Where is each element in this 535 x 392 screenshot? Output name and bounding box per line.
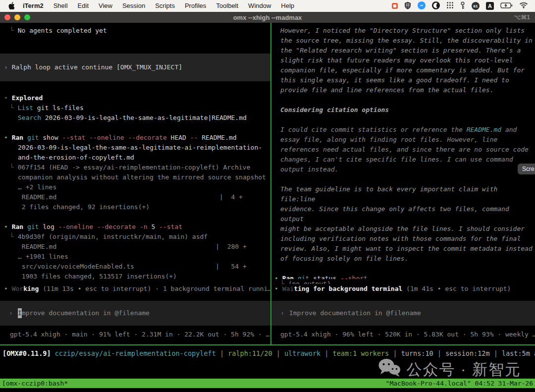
menu-scripts[interactable]: Scripts: [150, 0, 180, 12]
left-composer-input[interactable]: ›Improve documentation in @filename: [0, 301, 270, 326]
menu-profiles[interactable]: Profiles: [180, 0, 211, 12]
tmux-session-label: [omx-cczip0:bash*: [2, 380, 68, 387]
macos-menu-bar: iTerm2 Shell Edit View Session Scripts P…: [0, 0, 535, 12]
menu-session[interactable]: Session: [117, 0, 150, 12]
right-pane-bottom: • Waiting for background terminal (1m 41…: [271, 284, 535, 344]
right-model-status: gpt-5.4 xhigh · 96% left · 520K in · 5.8…: [271, 330, 535, 339]
right-composer-input[interactable]: ›Improve documentation in @filename: [271, 301, 535, 326]
ran-git-log-output-head: └ 4b9d30f (origin/main, instructkr/main,…: [0, 232, 270, 242]
tmux-host-clock: "MacBook-Pro-44.local" 04:52 31-Mar-26: [386, 380, 533, 387]
tmux-status-bar: [omx-cczip0:bash* "MacBook-Pro-44.local"…: [0, 379, 535, 388]
ralph-prompt: ›: [4, 62, 12, 72]
left-model-status: gpt-5.4 xhigh · main · 91% left · 2.31M …: [0, 330, 270, 339]
explored-search-line: Search 2026-03-09-is-legal-the-same-as-l…: [0, 113, 270, 123]
ran-git-log-output-body: README.md | 280 + … +1901 lines src/voic…: [0, 242, 270, 281]
menu-help[interactable]: Help: [276, 0, 299, 12]
menu-view[interactable]: View: [94, 0, 117, 12]
ran-git-log-command: • Ran git log --oneline --decorate -n 5 …: [0, 222, 270, 232]
ran-git-status-command: • Ran git status --short: [271, 274, 535, 279]
watermark-text: 公众号 · 新智元: [406, 359, 521, 380]
working-status-line: • Working (11m 13s • esc to interrupt) ·…: [0, 284, 270, 294]
wifi-icon[interactable]: [519, 2, 528, 10]
waiting-status-line: • Waiting for background terminal (1m 41…: [271, 284, 535, 294]
key-icon[interactable]: [460, 1, 465, 11]
menu-toolbelt[interactable]: Toolbelt: [211, 0, 243, 12]
window-title-bar: omx --xhigh --madmax ⌥⌘1: [0, 12, 535, 23]
window-shortcut: ⌥⌘1: [514, 14, 530, 21]
tmux-pane-left[interactable]: └ No agents completed yet › Ralph loop a…: [0, 23, 270, 344]
ran-git-status-output: └ (no output): [271, 279, 535, 284]
input-source-icon[interactable]: A: [486, 2, 494, 10]
composer-placeholder: Improve documentation in @filename: [289, 308, 421, 318]
traffic-lights: [4, 14, 30, 20]
terminal-body: └ No agents completed yet › Ralph loop a…: [0, 23, 535, 345]
recording-icon[interactable]: [392, 3, 398, 9]
composer-prompt: ›: [9, 308, 13, 318]
ralph-text: Ralph loop active continue [OMX_TMUX_INJ…: [12, 62, 182, 72]
left-pane-bottom: • Working (11m 13s • esc to interrupt) ·…: [0, 284, 270, 344]
wechat-icon: [377, 358, 401, 382]
reasoning-paragraph-3: The team guideline is to back every impo…: [271, 184, 535, 264]
window-title: omx --xhigh --madmax: [0, 14, 535, 21]
shield-icon[interactable]: [404, 1, 411, 11]
minimize-button[interactable]: [14, 14, 20, 20]
no-agents-line: └ No agents completed yet: [0, 26, 270, 36]
ran-git-show-output-body: companion analysis without altering the …: [0, 172, 270, 212]
menu-shell[interactable]: Shell: [49, 0, 73, 12]
battery-icon[interactable]: [500, 2, 513, 10]
ralph-loop-box: › Ralph loop active continue [OMX_TMUX_I…: [0, 54, 270, 81]
reasoning-paragraph-1: However, I noticed the "Directory Struct…: [271, 26, 535, 95]
composer-placeholder: mprove documentation in @filename: [22, 308, 150, 318]
text-cursor: I: [18, 308, 22, 318]
moon-badge-icon[interactable]: [432, 1, 440, 11]
menubar-status-icons: 61 A: [392, 1, 530, 11]
ran-git-show-command: • Ran git show --stat --oneline --decora…: [0, 133, 270, 143]
reasoning-paragraph-2: I could cite commit statistics or refere…: [271, 125, 535, 174]
menu-window[interactable]: Window: [243, 0, 276, 12]
ran-git-show-wrap: 2026-03-09-is-legal-the-same-as-legitima…: [0, 143, 270, 163]
reasoning-heading: Considering citation options: [271, 105, 535, 115]
composer-prompt: ›: [280, 308, 284, 318]
grid-icon[interactable]: [446, 1, 454, 10]
apple-menu-icon[interactable]: [8, 2, 15, 10]
menu-iterm2[interactable]: iTerm2: [18, 0, 49, 12]
screen-overlay-tooltip[interactable]: Scre: [518, 164, 535, 174]
explored-list-line: └ List git ls-files: [0, 103, 270, 113]
close-button[interactable]: [4, 14, 10, 20]
explored-title: • Explored: [0, 93, 270, 103]
zoom-button[interactable]: [24, 14, 30, 20]
ran-git-show-output-head: └ 067f154 (HEAD -> essay/ai-reimplementa…: [0, 163, 270, 172]
menu-edit[interactable]: Edit: [73, 0, 94, 12]
messenger-icon[interactable]: [418, 1, 426, 11]
wechat-watermark: 公众号 · 新智元: [377, 358, 521, 382]
meter-badge-icon[interactable]: 61: [472, 2, 480, 10]
tmux-pane-right[interactable]: However, I noticed the "Directory Struct…: [271, 23, 535, 344]
